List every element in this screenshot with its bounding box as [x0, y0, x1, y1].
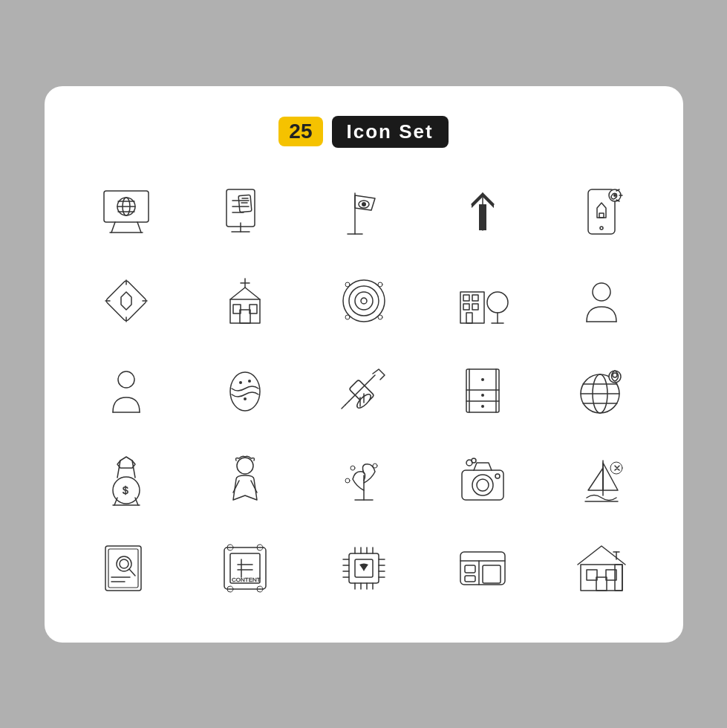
svg-rect-23	[479, 204, 486, 230]
cabinet-icon	[431, 353, 535, 427]
icon-set-title: Icon Set	[332, 116, 449, 148]
book-search-icon	[74, 531, 178, 605]
svg-point-80	[481, 394, 484, 397]
content-icon: CONTENT	[193, 531, 297, 605]
svg-point-50	[345, 315, 350, 319]
svg-point-81	[481, 405, 484, 408]
svg-rect-25	[599, 213, 604, 218]
city-tree-icon	[431, 264, 535, 338]
target-icon	[312, 264, 416, 338]
camera-icon	[431, 442, 535, 516]
svg-point-90	[613, 373, 617, 377]
svg-line-71	[345, 401, 349, 405]
svg-rect-55	[463, 304, 469, 310]
svg-point-100	[351, 466, 355, 470]
diamond-angular-icon	[74, 264, 178, 338]
svg-point-46	[355, 292, 373, 310]
flag-eye-icon	[312, 175, 416, 249]
arrow-up-icon	[431, 175, 535, 249]
svg-point-20	[362, 202, 366, 207]
svg-point-102	[345, 478, 350, 483]
svg-point-58	[487, 292, 508, 313]
document-edit-icon	[193, 175, 297, 249]
svg-rect-156	[596, 577, 607, 591]
svg-point-31	[600, 227, 603, 230]
svg-rect-15	[238, 195, 252, 212]
person-icon	[74, 353, 178, 427]
svg-rect-152	[483, 565, 501, 583]
medal-coin-icon: $	[74, 442, 178, 516]
svg-rect-151	[465, 576, 475, 582]
svg-text:CONTENT: CONTENT	[232, 576, 261, 583]
svg-line-1	[111, 222, 115, 233]
sailboat-icon	[550, 442, 653, 516]
svg-rect-9	[226, 189, 255, 227]
svg-rect-53	[463, 295, 469, 301]
svg-point-108	[472, 458, 476, 463]
plant-icon	[312, 442, 416, 516]
person-bust-icon	[550, 264, 653, 338]
svg-point-48	[345, 282, 350, 287]
header: 25 Icon Set	[74, 116, 653, 148]
svg-point-105	[477, 479, 489, 491]
tablet-layout-icon	[431, 531, 535, 605]
svg-point-106	[495, 474, 500, 478]
svg-rect-41	[240, 310, 250, 323]
chip-icon	[312, 531, 416, 605]
icon-grid: $	[74, 175, 653, 605]
svg-point-101	[373, 464, 377, 468]
svg-rect-154	[587, 570, 597, 580]
svg-line-72	[342, 405, 345, 409]
svg-point-68	[244, 397, 247, 400]
svg-point-79	[481, 378, 484, 381]
svg-point-63	[118, 371, 134, 388]
svg-point-27	[613, 194, 616, 197]
svg-point-66	[239, 381, 242, 384]
svg-text:$: $	[123, 484, 128, 496]
svg-rect-32	[105, 279, 147, 322]
globe-monitor-icon	[74, 175, 178, 249]
svg-point-51	[378, 315, 382, 319]
svg-point-49	[378, 282, 382, 287]
easter-egg-icon	[193, 353, 297, 427]
svg-rect-54	[472, 295, 478, 301]
svg-rect-56	[472, 304, 478, 310]
svg-point-104	[472, 475, 493, 495]
svg-rect-38	[230, 299, 260, 323]
church-icon	[193, 264, 297, 338]
svg-point-47	[361, 298, 367, 304]
svg-point-67	[248, 380, 251, 383]
svg-rect-57	[466, 313, 472, 323]
svg-rect-150	[465, 565, 475, 573]
icon-count-badge: 25	[278, 117, 322, 146]
syringe-icon	[312, 353, 416, 427]
svg-line-2	[137, 222, 141, 233]
svg-point-61	[593, 283, 610, 301]
svg-marker-33	[121, 292, 131, 310]
globe-location-icon	[550, 353, 653, 427]
main-card: 25 Icon Set	[45, 86, 683, 643]
woman-icon	[193, 442, 297, 516]
svg-point-65	[230, 372, 260, 411]
smart-home-phone-icon	[550, 175, 653, 249]
house-building-icon	[550, 531, 653, 605]
svg-point-45	[349, 286, 379, 316]
svg-point-97	[237, 458, 253, 474]
